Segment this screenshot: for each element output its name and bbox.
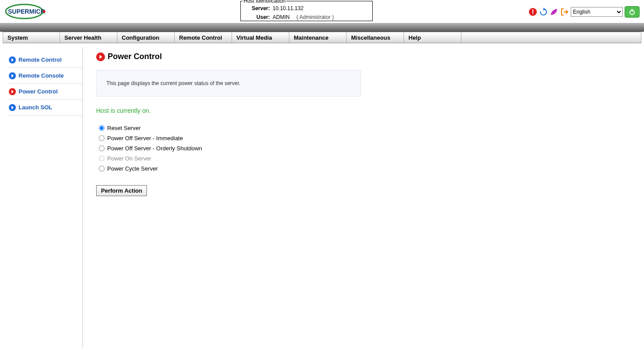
sidebar-item-remote-console[interactable]: Remote Console [9,68,82,84]
nav-tab-server-health[interactable]: Server Health [60,32,117,43]
nav-tab-label: Miscellaneous [351,34,390,41]
user-value: ADMIN [273,14,290,20]
sidebar-item-remote-control[interactable]: Remote Control [9,52,82,68]
nav-tab-system[interactable]: System [3,32,60,43]
sidebar-item-label: Remote Console [19,72,64,79]
user-label: User: [246,13,273,22]
arrow-right-icon [9,56,16,63]
option-label: Power Cycle Server [107,165,158,172]
logout-icon[interactable] [560,7,569,16]
header-gradient-bar [0,23,644,32]
header-icons: English [528,6,640,18]
svg-rect-5 [532,13,533,14]
page-title: Power Control [108,52,162,61]
nav-tab-help[interactable]: Help [404,32,461,43]
nav-tab-label: Configuration [122,34,159,41]
nav-tab-label: Help [408,34,421,41]
arrow-right-icon [9,104,16,111]
radio-power-off-immediate[interactable] [99,135,105,141]
perform-action-button[interactable]: Perform Action [96,185,147,196]
leaf-icon[interactable] [550,7,558,16]
power-button[interactable] [625,6,640,18]
option-reset-server[interactable]: Reset Server [99,125,631,131]
description-box: This page displays the current power sta… [96,70,361,97]
description-text: This page displays the current power sta… [106,80,240,86]
svg-point-2 [43,10,45,13]
sidebar-item-launch-sol[interactable]: Launch SOL [9,100,82,115]
sidebar-item-label: Launch SOL [19,104,52,111]
header: SUPERMICR Host Identification Server: 10… [0,0,644,23]
sidebar: Remote Control Remote Console Power Cont… [0,48,83,347]
radio-power-cycle[interactable] [99,166,105,171]
option-power-off-orderly[interactable]: Power Off Server - Orderly Shutdown [99,145,631,152]
power-options: Reset Server Power Off Server - Immediat… [99,125,631,172]
server-value: 10.10.11.132 [273,4,367,13]
user-role: ( Administrator ) [291,14,334,20]
server-label: Server: [246,4,273,13]
option-power-cycle[interactable]: Power Cycle Server [99,165,631,172]
arrow-right-icon [9,88,16,95]
arrow-right-icon [96,52,105,61]
option-power-on: Power On Server [99,155,631,162]
nav-tab-label: System [7,34,28,41]
nav-tab-virtual-media[interactable]: Virtual Media [232,32,289,43]
host-identification-legend: Host Identification [243,0,286,4]
radio-power-off-orderly[interactable] [99,145,105,151]
nav-tab-remote-control[interactable]: Remote Control [175,32,232,43]
refresh-icon[interactable] [539,7,548,16]
nav-tab-maintenance[interactable]: Maintenance [289,32,347,43]
sidebar-item-label: Remote Control [19,56,62,63]
radio-reset-server[interactable] [99,125,105,131]
sidebar-item-label: Power Control [19,88,58,95]
option-label: Power On Server [107,155,151,162]
sidebar-item-power-control[interactable]: Power Control [9,84,82,100]
page-title-row: Power Control [96,52,631,61]
alert-icon[interactable] [528,7,537,16]
arrow-right-icon [9,72,16,79]
host-status: Host is currently on. [96,107,631,114]
radio-power-on [99,156,105,161]
nav-tab-label: Virtual Media [236,34,272,41]
host-identification-box: Host Identification Server: 10.10.11.132… [240,1,373,21]
main-content: Power Control This page displays the cur… [83,48,644,347]
nav-tab-miscellaneous[interactable]: Miscellaneous [347,32,404,43]
nav-filler [461,32,641,43]
supermicro-logo: SUPERMICR [4,3,49,20]
option-power-off-immediate[interactable]: Power Off Server - Immediate [99,135,631,141]
nav-tab-configuration[interactable]: Configuration [117,32,175,43]
svg-rect-7 [632,9,633,12]
svg-text:SUPERMICR: SUPERMICR [8,8,45,15]
nav-tab-label: Server Health [64,34,101,41]
main-nav: System Server Health Configuration Remot… [3,32,641,43]
option-label: Reset Server [107,125,141,131]
language-select[interactable]: English [571,7,623,17]
svg-rect-4 [532,9,533,13]
option-label: Power Off Server - Immediate [107,135,183,141]
option-label: Power Off Server - Orderly Shutdown [107,145,202,152]
nav-tab-label: Remote Control [179,34,222,41]
nav-tab-label: Maintenance [294,34,329,41]
